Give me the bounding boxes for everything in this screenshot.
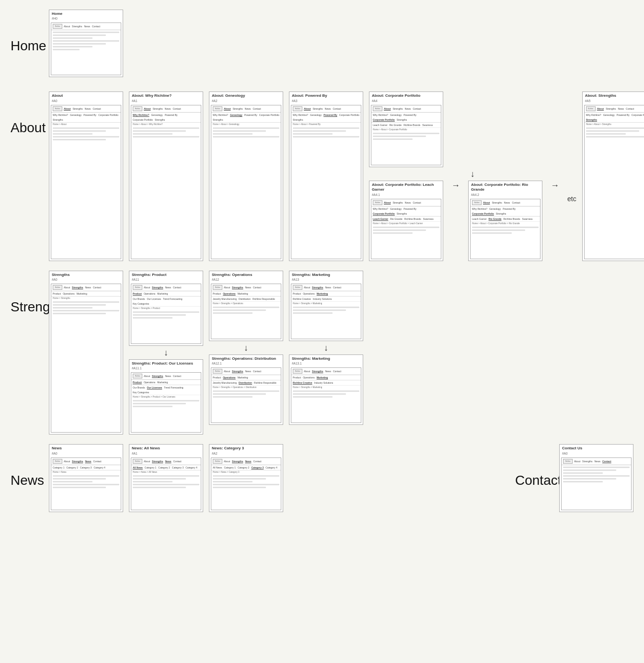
- subnav-item: Why Richline?: [133, 114, 149, 116]
- mock-breadcrumb: Home > Strengths > Marketing: [291, 302, 361, 305]
- content-line: [563, 481, 603, 482]
- subnav-item: Category 2: [158, 466, 170, 469]
- content-line: [213, 478, 266, 480]
- nav-item: About: [304, 370, 310, 373]
- mock-subnav: Why Richline? Geneology Powered By Corpo…: [291, 113, 361, 123]
- home-pages: Home #H0 Richline About Strengths News C…: [49, 10, 633, 77]
- mock-navbar: Richline About Strengths News Contact: [585, 105, 644, 113]
- nav-item: Strengths: [72, 107, 82, 110]
- mock-navbar: Richline About Strengths News Contact: [211, 458, 281, 465]
- subnav-item: Category 1: [224, 466, 235, 469]
- mock-content: [51, 30, 121, 64]
- mock-subnav2: Our Brands Our Licenses Trend Forecastin…: [131, 385, 201, 395]
- subnav-item: Powered By: [403, 114, 416, 116]
- content-line: [293, 307, 359, 308]
- content-line: [373, 136, 426, 137]
- subnav2-item: Distribution: [239, 297, 251, 300]
- page-id: #A2: [212, 99, 280, 103]
- page-title: About: [52, 93, 120, 98]
- subnav-item: Category 4: [265, 466, 277, 469]
- nav-item: Strengths: [232, 370, 243, 373]
- strengths-label: Strengths: [11, 271, 49, 315]
- content-line: [293, 393, 346, 395]
- nav-item: Strengths: [72, 460, 83, 463]
- mock-content: [371, 131, 441, 165]
- mock-subnav: Why Richline? Geneology Powered By Corpo…: [585, 113, 644, 123]
- subnav-item: Strengths: [155, 118, 165, 121]
- mock-breadcrumb: Home > About > Powered By: [291, 123, 361, 126]
- page-title: About: Why Richline?: [132, 93, 200, 98]
- nav-item: About: [224, 107, 230, 110]
- nav-item: Strengths: [232, 107, 242, 110]
- mock-content: [131, 399, 201, 432]
- operations-col: Strengths: Operations #A12 Richline Abou…: [209, 271, 283, 435]
- subnav2-item: Swarness: [522, 217, 533, 220]
- nav-item: Strengths: [582, 460, 592, 463]
- content-line: [293, 130, 346, 132]
- subnav-item: Geneology: [70, 114, 81, 116]
- mock-logo: Richline: [293, 106, 302, 111]
- mock-content: [471, 225, 540, 259]
- nav-item: News: [165, 107, 171, 110]
- page-title: Strengths: Operations: Distribution: [212, 356, 280, 361]
- page-title: Strengths: Operations: [212, 273, 280, 277]
- page-card-leach-garner: About: Corporate Portfolio: Leach Garner…: [369, 181, 443, 261]
- mock-subnav: Product Operations Marketing: [131, 380, 201, 385]
- mock-subnav: Product Operations Marketing: [211, 291, 281, 297]
- subnav2-item: Our Licenses: [147, 297, 161, 300]
- subnav-item: Marketing: [317, 292, 328, 295]
- page-card-about-why: About: Why Richline? #A1 Richline About …: [129, 91, 203, 261]
- content-line: [563, 472, 603, 474]
- content-line: [53, 310, 119, 311]
- subnav-item: Marketing: [238, 292, 248, 295]
- content-line: [133, 314, 186, 316]
- nav-item: Contact: [93, 286, 101, 289]
- content-line: [213, 136, 279, 137]
- strengths-top-pages: Strengths #A0 Richline About Strengths N…: [49, 271, 633, 435]
- content-line: [53, 49, 80, 50]
- subnav-item: Corporate Portfolio: [98, 114, 118, 116]
- content-line: [53, 481, 92, 482]
- nav-item: News: [245, 107, 251, 110]
- nav-item: News: [85, 107, 91, 110]
- subnav-item: Operations: [303, 292, 314, 295]
- nav-item: About: [144, 375, 150, 377]
- subnav-item: Strengths: [397, 118, 407, 121]
- content-line: [213, 390, 279, 392]
- page-card-header: About: Geneology #A2: [209, 92, 283, 103]
- content-line: [563, 475, 630, 477]
- subnav-item: Operations: [144, 381, 155, 384]
- nav-item: Contact: [173, 286, 181, 289]
- nav-item: Contact: [413, 201, 421, 204]
- subnav-item: Geneology: [603, 114, 615, 116]
- page-card-about-corporate: About: Corporate Portfolio #A4 Richline …: [369, 91, 443, 167]
- nav-item: Strengths: [72, 286, 83, 289]
- mock-breadcrumb: Home > About > Geneology: [211, 123, 281, 126]
- mock-subnav: Why Richline? Geneology Powered By Corpo…: [371, 206, 441, 217]
- mock-nav-items: About Strengths News Contact: [144, 375, 181, 377]
- mock-logo: Richline: [213, 106, 222, 111]
- mock-navbar: Richline About Strengths News Contact: [211, 105, 281, 113]
- content-line: [213, 487, 266, 488]
- mock-subnav2: Leach Garner Rio Grande Richline Brands …: [471, 217, 540, 222]
- subnav2-item: Richline Creative: [293, 297, 311, 300]
- nav-item: Strengths: [72, 25, 82, 28]
- content-line: [53, 304, 106, 306]
- nav-item: Strengths: [152, 286, 163, 289]
- content-line: [586, 130, 639, 132]
- page-card-about-geneology: About: Geneology #A2 Richline About Stre…: [209, 91, 283, 261]
- mock-content: [51, 126, 121, 160]
- nav-item: About: [224, 286, 230, 289]
- subnav2-item: Rio Grande: [390, 217, 402, 220]
- page-card-inner: Richline About Strengths News Contact Pr…: [291, 367, 361, 423]
- subnav-item: Marketing: [238, 376, 248, 379]
- content-line: [213, 309, 266, 311]
- mock-content: [131, 310, 201, 343]
- content-line: [133, 130, 186, 132]
- nav-item: News: [405, 201, 411, 204]
- mock-content: [211, 305, 281, 339]
- mock-navbar: Richline About Strengths News Contact: [211, 368, 281, 375]
- subnav2-item: Richline Brands: [504, 217, 520, 220]
- subnav-item: Product: [293, 292, 301, 295]
- content-line: [293, 312, 333, 314]
